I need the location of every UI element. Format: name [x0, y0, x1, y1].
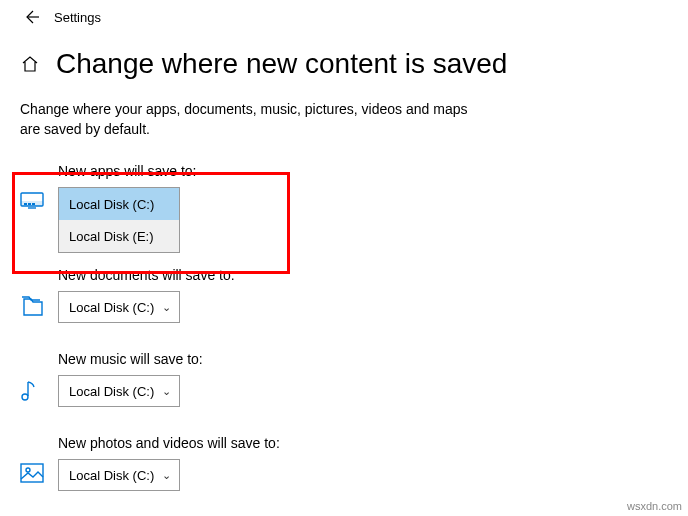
dropdown-option[interactable]: Local Disk (E:) — [59, 220, 179, 252]
svg-rect-4 — [32, 203, 35, 205]
apps-icon — [20, 191, 44, 211]
watermark: wsxdn.com — [627, 500, 682, 512]
documents-save-select[interactable]: Local Disk (C:) ⌄ — [58, 291, 180, 323]
apps-save-label: New apps will save to: — [58, 163, 668, 179]
svg-rect-2 — [24, 203, 27, 205]
chevron-down-icon: ⌄ — [162, 469, 171, 482]
page-title: Change where new content is saved — [56, 48, 507, 80]
chevron-down-icon: ⌄ — [162, 385, 171, 398]
photos-save-label: New photos and videos will save to: — [58, 435, 668, 451]
page-description: Change where your apps, documents, music… — [0, 100, 500, 139]
music-save-select[interactable]: Local Disk (C:) ⌄ — [58, 375, 180, 407]
back-button[interactable] — [22, 8, 40, 26]
documents-save-label: New documents will save to: — [58, 267, 668, 283]
documents-icon — [20, 295, 44, 317]
svg-rect-3 — [28, 203, 31, 205]
svg-point-7 — [26, 468, 30, 472]
photos-save-select[interactable]: Local Disk (C:) ⌄ — [58, 459, 180, 491]
photos-icon — [20, 463, 44, 483]
music-save-label: New music will save to: — [58, 351, 668, 367]
dropdown-option[interactable]: Local Disk (C:) — [59, 188, 179, 220]
music-icon — [20, 379, 44, 403]
svg-point-5 — [22, 394, 28, 400]
select-value: Local Disk (C:) — [69, 384, 154, 399]
select-value: Local Disk (C:) — [69, 468, 154, 483]
chevron-down-icon: ⌄ — [162, 301, 171, 314]
window-title: Settings — [54, 10, 101, 25]
home-icon[interactable] — [20, 54, 40, 74]
select-value: Local Disk (C:) — [69, 300, 154, 315]
apps-save-dropdown[interactable]: Local Disk (C:) Local Disk (E:) — [58, 187, 180, 253]
